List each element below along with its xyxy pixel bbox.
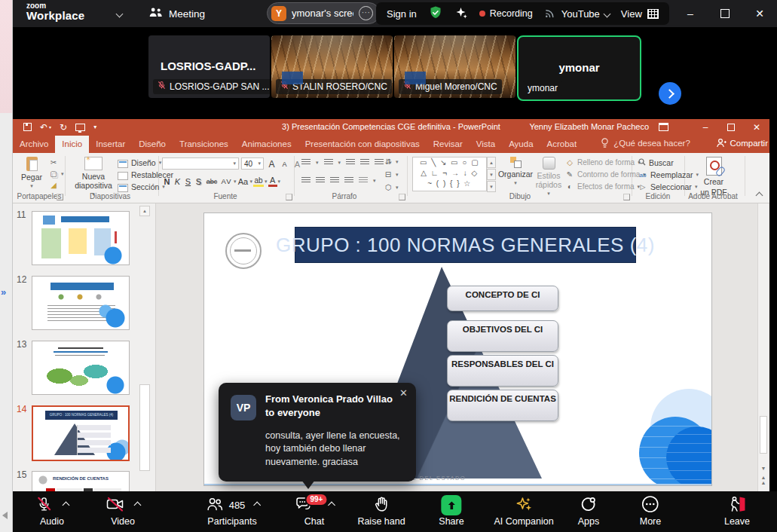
slide-thumbnail-11[interactable] [32, 211, 130, 265]
expand-chevrons-icon[interactable]: » [1, 286, 6, 298]
slide-thumbnail-13[interactable] [32, 341, 130, 395]
copy-button[interactable]: ▢▾ [49, 170, 64, 178]
collapse-ribbon-icon[interactable] [756, 192, 763, 200]
video-tile-stalin[interactable]: STALIN ROSERO/CNC [271, 35, 393, 98]
line-spacing-button[interactable] [375, 159, 384, 166]
close-icon[interactable]: ✕ [399, 387, 408, 399]
customize-qat-icon[interactable]: ▾ [93, 124, 96, 130]
paste-button[interactable]: Pegar ▾ [19, 157, 44, 189]
save-icon[interactable] [23, 123, 32, 131]
shapes-gallery[interactable]: ▭ ╲ ↘ ▭ ○ ▢ △ ∟ ¬ → ↓ ◇ ~ ( ) { } ☆ [412, 157, 487, 191]
section-button[interactable]: Sección▾ [118, 182, 165, 191]
account-name[interactable]: Yenny Elizabeth Monar Pacheco [529, 119, 649, 135]
tab-transiciones[interactable]: Transiciones [173, 136, 235, 153]
workplace-chevron-icon[interactable] [116, 11, 124, 18]
decrease-indent-button[interactable] [346, 159, 355, 166]
tab-inicio[interactable]: Inicio [55, 136, 89, 153]
audio-button[interactable]: Audio [35, 495, 69, 527]
video-tile-miguel[interactable]: Miguel Moreno/CNC [394, 35, 515, 98]
align-right-button[interactable] [330, 177, 339, 184]
find-button[interactable]: Buscar [638, 158, 674, 167]
bullets-button[interactable] [301, 159, 310, 166]
portapapeles-dialog-launcher-icon[interactable] [57, 194, 63, 200]
align-center-button[interactable] [316, 177, 325, 184]
participants-button[interactable]: 485 Participants [205, 495, 260, 527]
view-control[interactable]: View [621, 8, 659, 20]
shape-effects-button[interactable]: ◐Efectos de forma▾ [565, 182, 640, 191]
dibujo-dialog-launcher-icon[interactable] [623, 194, 630, 200]
scroll-down-icon[interactable]: ▼ [758, 466, 769, 471]
strikethrough-button[interactable]: abc [204, 178, 219, 185]
ppt-close-button[interactable]: ✕ [744, 119, 769, 135]
text-shadow-button[interactable]: S [194, 177, 203, 186]
screen-share-pill[interactable]: Y ymonar's screen ··· [267, 2, 380, 24]
tab-revisar[interactable]: Revisar [427, 136, 470, 153]
select-button[interactable]: ▷Seleccionar▾ [638, 182, 697, 191]
shape-fill-button[interactable]: ◇Relleno de forma▾ [565, 158, 641, 167]
zoom-minimize-button[interactable]: – [673, 0, 708, 27]
tell-me-search[interactable]: ¿Qué desea hacer? [600, 137, 690, 153]
font-size-combo[interactable]: 40▾ [241, 157, 264, 170]
start-slideshow-icon[interactable] [75, 124, 85, 131]
justify-button[interactable] [344, 177, 353, 184]
slide-thumbnail-14-selected[interactable]: GRUPO : 100 NORMAS GENERALES (4) [32, 405, 130, 461]
video-tile-losrios[interactable]: LOSRIOS-GADP... LOSRIOS-GADP SAN ... [148, 35, 270, 98]
ppt-restore-button[interactable] [718, 119, 744, 135]
tab-insertar[interactable]: Insertar [89, 136, 132, 153]
chat-button[interactable]: 99+ Chat [295, 495, 335, 527]
ppt-minimize-button[interactable]: – [693, 119, 718, 135]
audio-options-chevron-icon[interactable] [63, 502, 70, 509]
video-button[interactable]: Video [106, 495, 140, 527]
change-case-button[interactable]: Aa [237, 177, 249, 186]
font-name-combo[interactable]: ▾ [162, 157, 239, 170]
replace-button[interactable]: abReemplazar▾ [638, 170, 699, 179]
thumbnail-scroll-up-button[interactable]: ▲ [139, 206, 150, 216]
main-scrollbar-thumb[interactable] [760, 416, 767, 454]
chat-chevron-icon[interactable] [328, 502, 335, 509]
apps-button[interactable]: Apps [578, 495, 600, 527]
chat-notification-popup[interactable]: VP From Veronica Prado Villao to everyon… [219, 383, 416, 482]
scroll-down-icon[interactable]: ▼ [487, 169, 496, 180]
ai-companion-button[interactable]: AI Companion [494, 495, 553, 527]
sign-in-link[interactable]: Sign in [387, 8, 417, 20]
layout-button[interactable]: Diseño▾ [118, 158, 161, 167]
ai-sparkle-icon[interactable] [454, 6, 468, 22]
leave-button[interactable]: Leave [724, 495, 750, 527]
arrange-button[interactable]: Organizar ▾ [499, 157, 532, 186]
text-direction-button[interactable]: ⇵▾ [384, 157, 399, 166]
share-screen-button[interactable]: Share [439, 495, 463, 527]
align-text-button[interactable]: ⊟▾ [384, 170, 399, 179]
columns-button[interactable] [359, 177, 368, 184]
fuente-dialog-launcher-icon[interactable] [286, 194, 292, 200]
raise-hand-button[interactable]: Raise hand [357, 495, 405, 527]
tab-diseno[interactable]: Diseño [132, 136, 173, 153]
shrink-font-button[interactable]: A [280, 161, 289, 168]
highlight-color-button[interactable]: ab [253, 176, 264, 187]
numbering-button[interactable] [324, 159, 333, 166]
encryption-shield-icon[interactable] [428, 5, 443, 23]
scroll-up-icon[interactable]: ▲ [487, 157, 496, 168]
convert-smartart-button[interactable]: ⬡▾ [384, 183, 399, 191]
share-button[interactable]: Compartir [716, 138, 768, 148]
slide-thumbnail-15[interactable]: RENDICIÓN DE CUENTAS [32, 471, 130, 491]
tab-ayuda[interactable]: Ayuda [502, 136, 540, 153]
more-button[interactable]: More [640, 495, 661, 527]
video-options-chevron-icon[interactable] [134, 502, 142, 509]
format-painter-button[interactable]: ◢ [49, 181, 58, 189]
tab-vista[interactable]: Vista [470, 136, 502, 153]
align-left-button[interactable] [301, 177, 310, 184]
tab-presentacion[interactable]: Presentación con diapositivas [298, 136, 427, 153]
video-tile-ymonar[interactable]: ymonar ymonar [517, 35, 641, 101]
char-spacing-button[interactable]: AV [220, 177, 233, 185]
font-color-button[interactable]: A [268, 176, 277, 187]
zoom-maximize-button[interactable] [708, 0, 742, 27]
ribbon-display-options-button[interactable] [650, 119, 676, 135]
parrafo-dialog-launcher-icon[interactable] [399, 194, 405, 200]
grow-shrink-font[interactable]: A A A [267, 159, 302, 170]
thumbnail-scrollbar-thumb[interactable] [139, 384, 150, 471]
underline-button[interactable]: S [183, 177, 193, 186]
collapse-triangle-icon[interactable] [2, 512, 8, 519]
quick-styles-button[interactable]: Estilos rápidos ▾ [534, 157, 564, 197]
slide-thumbnail-12[interactable] [32, 276, 130, 330]
grow-font-button[interactable]: A [267, 159, 277, 170]
